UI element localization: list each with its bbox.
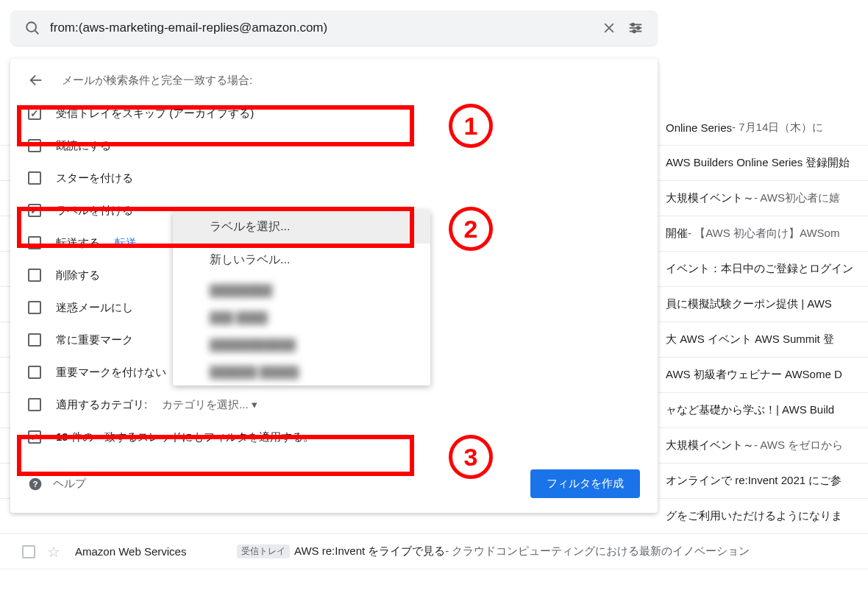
- svg-point-9: [633, 30, 636, 33]
- svg-point-0: [26, 22, 36, 32]
- label-option-blurred[interactable]: ███ ████: [173, 304, 430, 331]
- label-option-blurred[interactable]: ███████████: [173, 331, 430, 358]
- forward-link[interactable]: 転送: [115, 236, 137, 250]
- label-select-popup: ラベルを選択... 新しいラベル... ████████ ███ ████ ██…: [173, 210, 430, 386]
- panel-title: メールが検索条件と完全一致する場合:: [62, 74, 252, 88]
- row-checkbox[interactable]: [22, 545, 35, 558]
- option-also-apply[interactable]: 19 件の一致するスレッドにもフィルタを適用する。: [28, 421, 640, 453]
- search-input[interactable]: [46, 21, 596, 35]
- annotation-number: 2: [449, 207, 493, 251]
- category-select[interactable]: カテゴリを選択... ▾: [162, 398, 257, 412]
- option-category[interactable]: 適用するカテゴリ: カテゴリを選択... ▾: [28, 388, 640, 421]
- email-row[interactable]: ☆ Amazon Web Services 受信トレイ AWS re:Inven…: [0, 534, 868, 569]
- svg-line-1: [35, 31, 39, 35]
- help-link[interactable]: ? ヘルプ: [28, 477, 86, 491]
- checkbox[interactable]: [28, 366, 41, 379]
- svg-point-8: [637, 26, 640, 29]
- option-star[interactable]: スターを付ける: [28, 162, 640, 194]
- clear-icon[interactable]: [596, 21, 622, 35]
- checkbox[interactable]: [28, 301, 41, 314]
- checkbox[interactable]: [28, 139, 41, 152]
- label-option-new[interactable]: 新しいラベル...: [173, 244, 430, 277]
- checkbox[interactable]: [28, 269, 41, 282]
- option-skip-inbox[interactable]: 受信トレイをスキップ (アーカイブする): [28, 97, 640, 129]
- row-sender: Amazon Web Services: [75, 545, 237, 558]
- checkbox[interactable]: [28, 398, 41, 411]
- row-subject: AWS re:Invent をライブで見る: [294, 544, 445, 558]
- label-option-blurred[interactable]: ████████: [173, 277, 430, 304]
- svg-point-7: [632, 24, 635, 26]
- checkbox[interactable]: [28, 333, 41, 347]
- checkbox[interactable]: [28, 171, 41, 185]
- inbox-badge: 受信トレイ: [237, 544, 290, 558]
- tune-icon[interactable]: [622, 20, 649, 36]
- search-bar: [10, 10, 658, 46]
- svg-text:?: ?: [32, 479, 38, 489]
- annotation-number: 3: [449, 435, 493, 479]
- annotation-number: 1: [449, 104, 493, 148]
- label-option-blurred[interactable]: ██████ █████: [173, 358, 430, 386]
- checkbox[interactable]: [28, 204, 41, 217]
- search-icon[interactable]: [19, 20, 46, 36]
- checkbox[interactable]: [28, 430, 41, 444]
- option-mark-read[interactable]: 既読にする: [28, 129, 640, 162]
- label-option-select[interactable]: ラベルを選択...: [173, 210, 430, 244]
- help-icon: ?: [28, 477, 43, 491]
- star-icon[interactable]: ☆: [47, 543, 60, 561]
- row-preview: - クラウドコンピューティングにおける最新のイノベーション: [445, 544, 750, 558]
- back-arrow-icon[interactable]: [28, 72, 44, 88]
- create-filter-button[interactable]: フィルタを作成: [530, 469, 640, 498]
- checkbox[interactable]: [28, 236, 41, 249]
- checkbox[interactable]: [28, 107, 41, 120]
